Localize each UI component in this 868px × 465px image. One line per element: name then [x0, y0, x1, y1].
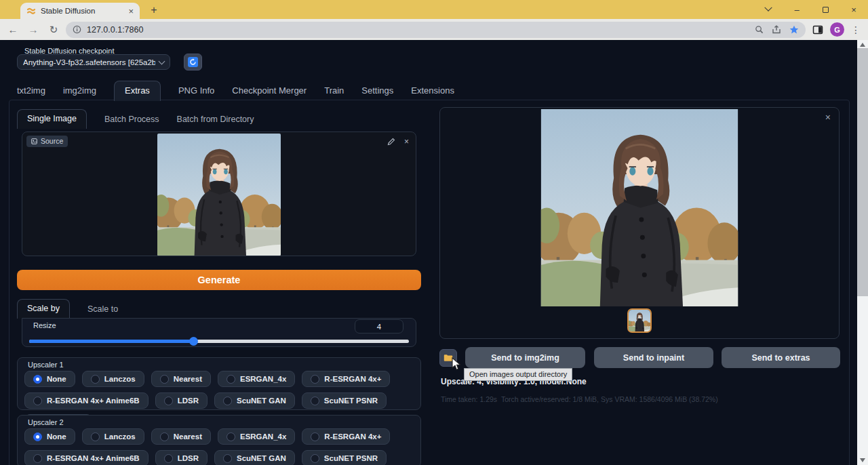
upscaler2-option-esrgan-4x[interactable]: ESRGAN_4x [218, 428, 295, 445]
close-gallery-icon[interactable]: × [825, 112, 831, 123]
slider-handle[interactable] [189, 337, 198, 346]
extras-left-column: Single Image Batch Process Batch from Di… [17, 106, 421, 465]
resize-label: Resize [33, 321, 56, 329]
result-image[interactable] [541, 109, 738, 306]
browser-tab[interactable]: Stable Diffusion × [20, 3, 140, 19]
tab-single-image[interactable]: Single Image [17, 109, 87, 129]
tab-img2img[interactable]: img2img [63, 85, 96, 100]
browser-menu-icon[interactable]: ⋮ [851, 24, 861, 35]
extras-mode-tabs: Single Image Batch Process Batch from Di… [17, 109, 254, 129]
tab-scale-by[interactable]: Scale by [17, 299, 70, 319]
upscaler2-label: Upscaler 2 [28, 418, 64, 426]
share-icon[interactable] [772, 25, 781, 34]
checkpoint-dropdown[interactable]: Anything-V3-fp32.safetensors [625a2ba2] [17, 54, 170, 70]
radio-icon [226, 432, 235, 441]
tab-batch-process[interactable]: Batch Process [104, 115, 159, 129]
upscaler1-option-none[interactable]: None [24, 371, 75, 387]
page-scrollbar[interactable] [857, 40, 868, 465]
upscaler2-option-nearest[interactable]: Nearest [151, 428, 211, 445]
upscaler2-option-lanczos[interactable]: Lanczos [82, 428, 144, 445]
send-to-img2img-button[interactable]: Send to img2img [465, 347, 585, 368]
radio-icon [164, 397, 173, 405]
source-image-dropzone[interactable]: Source × [22, 132, 416, 256]
tab-train[interactable]: Train [324, 85, 344, 100]
scrollbar-thumb[interactable] [857, 48, 868, 296]
minimize-button[interactable]: – [783, 0, 811, 19]
radio-icon [160, 432, 169, 441]
performance-info-text: Time taken: 1.29s Torch active/reserved:… [441, 395, 718, 403]
clear-image-icon[interactable]: × [404, 137, 409, 146]
source-tools: × [387, 137, 409, 146]
webui-page: Stable Diffusion checkpoint Anything-V3-… [0, 40, 868, 465]
upscaler2-option-none[interactable]: None [24, 428, 75, 445]
chevron-down-icon [159, 58, 165, 64]
resize-slider[interactable] [29, 337, 409, 345]
source-chip: Source [26, 136, 68, 147]
browser-window: Stable Diffusion × + – × ← → ↻ 127.0.0.1… [0, 0, 868, 465]
upscaler1-label: Upscaler 1 [28, 361, 64, 369]
upscaler2-block: Upscaler 2 None Lanczos Nearest ESRGAN_4… [17, 415, 421, 465]
upscaler1-option-r-esrgan-anime6b[interactable]: R-ESRGAN 4x+ Anime6B [24, 392, 149, 409]
upscaler2-option-r-esrgan-anime6b[interactable]: R-ESRGAN 4x+ Anime6B [24, 450, 149, 465]
upscaler1-option-ldsr[interactable]: LDSR [155, 392, 208, 409]
source-image [157, 134, 281, 256]
profile-avatar[interactable]: G [830, 22, 844, 37]
site-info-icon[interactable] [73, 25, 81, 34]
radio-icon [91, 432, 100, 441]
close-window-button[interactable]: × [840, 0, 868, 19]
source-label: Source [41, 137, 63, 145]
upscaler2-option-scunet-gan[interactable]: ScuNET GAN [214, 450, 295, 465]
side-panel-icon[interactable] [812, 24, 823, 35]
tab-close-icon[interactable]: × [128, 7, 134, 16]
refresh-icon [188, 57, 198, 67]
tab-extensions[interactable]: Extensions [411, 85, 454, 100]
radio-icon [311, 397, 319, 405]
upscaler2-option-r-esrgan-4x[interactable]: R-ESRGAN 4x+ [302, 428, 390, 445]
radio-icon [226, 375, 235, 384]
resize-number-input[interactable] [355, 319, 403, 333]
send-to-extras-button[interactable]: Send to extras [722, 347, 840, 368]
checkpoint-value: Anything-V3-fp32.safetensors [625a2ba2] [23, 58, 155, 66]
tab-checkpoint-merger[interactable]: Checkpoint Merger [232, 85, 307, 100]
upscaler1-option-nearest[interactable]: Nearest [151, 371, 211, 387]
radio-icon [223, 397, 232, 405]
forward-icon[interactable]: → [25, 22, 41, 38]
radio-selected-icon [33, 432, 42, 441]
upscaler1-option-scunet-psnr[interactable]: ScuNET PSNR [302, 392, 387, 409]
address-bar[interactable]: 127.0.0.1:7860 [66, 22, 806, 38]
slider-fill [29, 340, 193, 343]
output-gallery-panel: × [439, 107, 840, 339]
new-tab-button[interactable]: + [147, 3, 161, 17]
reload-icon[interactable]: ↻ [45, 22, 62, 38]
scroll-down-icon[interactable] [860, 458, 865, 462]
tab-txt2img[interactable]: txt2img [17, 85, 45, 100]
edit-pencil-icon[interactable] [387, 138, 395, 146]
upscaler2-option-ldsr[interactable]: LDSR [155, 450, 208, 465]
maximize-button[interactable] [811, 0, 840, 19]
upscaler2-option-scunet-psnr[interactable]: ScuNET PSNR [302, 450, 387, 465]
upscaler1-option-scunet-gan[interactable]: ScuNET GAN [214, 392, 295, 409]
refresh-checkpoints-button[interactable] [184, 54, 202, 70]
generate-button[interactable]: Generate [17, 270, 421, 290]
tab-png-info[interactable]: PNG Info [178, 85, 214, 100]
send-to-inpaint-button[interactable]: Send to inpaint [594, 347, 713, 368]
bookmark-star-icon[interactable] [789, 25, 799, 35]
tab-title: Stable Diffusion [41, 7, 123, 15]
tab-extras[interactable]: Extras [114, 81, 161, 101]
tab-settings[interactable]: Settings [361, 85, 393, 100]
tab-batch-from-directory[interactable]: Batch from Directory [177, 115, 254, 129]
upscaler1-block: Upscaler 1 None Lanczos Nearest ESRGAN_4… [17, 357, 421, 410]
browser-titlebar: Stable Diffusion × + – × [0, 0, 868, 19]
scroll-up-icon[interactable] [860, 43, 865, 47]
back-icon[interactable]: ← [5, 22, 21, 38]
toolbar-right: G ⋮ [810, 22, 863, 37]
upscaler1-option-esrgan-4x[interactable]: ESRGAN_4x [218, 371, 295, 387]
tab-scale-to[interactable]: Scale to [87, 304, 118, 319]
tooltip: Open images output directory [464, 368, 572, 381]
gallery-thumbnail-selected[interactable] [627, 308, 652, 333]
thumbnail-image [629, 310, 650, 331]
upscaler1-option-r-esrgan-4x[interactable]: R-ESRGAN 4x+ [302, 371, 390, 387]
upscaler1-option-lanczos[interactable]: Lanczos [82, 371, 144, 387]
zoom-icon[interactable] [755, 25, 764, 34]
tab-search-icon[interactable] [754, 0, 783, 19]
